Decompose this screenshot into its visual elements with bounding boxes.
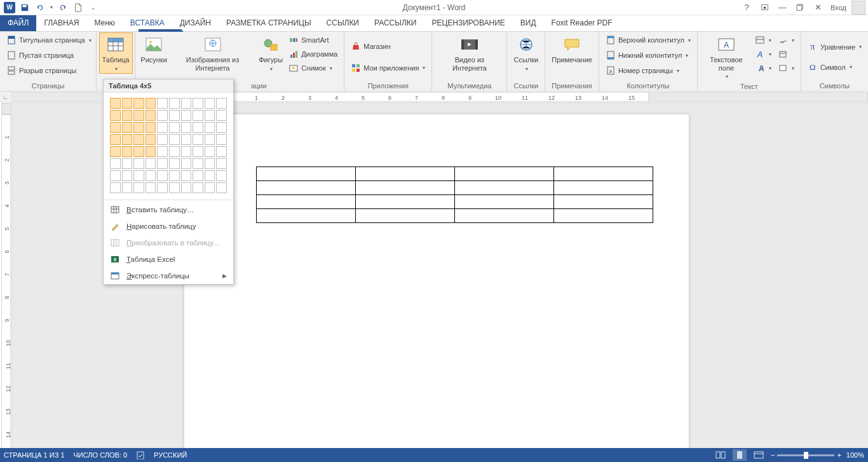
redo-button[interactable]	[56, 1, 70, 15]
table-cell[interactable]	[554, 209, 653, 223]
page-indicator[interactable]: СТРАНИЦА 1 ИЗ 1	[4, 451, 65, 459]
grid-cell[interactable]	[193, 170, 203, 181]
grid-cell[interactable]	[122, 146, 133, 157]
vertical-ruler[interactable]: 123456789101112131415	[0, 103, 12, 448]
tab-view[interactable]: ВИД	[513, 15, 544, 31]
grid-cell[interactable]	[169, 146, 180, 157]
links-button[interactable]: Ссылки▾	[511, 33, 541, 73]
grid-cell[interactable]	[146, 182, 156, 193]
restore-button[interactable]	[792, 1, 808, 15]
equation-button[interactable]: π Уравнение▾	[805, 40, 864, 54]
grid-cell[interactable]	[216, 158, 227, 169]
header-button[interactable]: Верхний колонтитул▾	[603, 33, 693, 47]
grid-cell[interactable]	[157, 182, 168, 193]
grid-cell[interactable]	[216, 146, 227, 157]
grid-cell[interactable]	[205, 122, 215, 133]
signature-line-button[interactable]: ▾	[775, 33, 797, 47]
grid-cell[interactable]	[193, 122, 203, 133]
quick-parts-button[interactable]: ▾	[752, 33, 774, 47]
grid-cell[interactable]	[169, 122, 180, 133]
grid-cell[interactable]	[122, 182, 133, 193]
grid-cell[interactable]	[181, 110, 192, 121]
store-button[interactable]: Магазин	[348, 39, 393, 53]
table-cell[interactable]	[455, 167, 554, 181]
grid-cell[interactable]	[133, 182, 144, 193]
grid-cell[interactable]	[157, 122, 168, 133]
table-cell[interactable]	[257, 181, 356, 195]
grid-cell[interactable]	[146, 134, 156, 145]
page-break-button[interactable]: Разрыв страницы	[4, 64, 79, 78]
table-cell[interactable]	[356, 209, 455, 223]
language-indicator[interactable]: РУССКИЙ	[154, 451, 187, 459]
table-cell[interactable]	[356, 167, 455, 181]
grid-cell[interactable]	[157, 134, 168, 145]
table-cell[interactable]	[257, 209, 356, 223]
grid-cell[interactable]	[205, 134, 215, 145]
grid-cell[interactable]	[157, 98, 168, 109]
tab-menu[interactable]: Меню	[86, 15, 122, 31]
spellcheck-button[interactable]	[136, 451, 145, 459]
qat-customize[interactable]: ⌄	[86, 1, 100, 15]
grid-cell[interactable]	[193, 158, 203, 169]
table-cell[interactable]	[455, 195, 554, 209]
quick-tables-item[interactable]: Экспресс-таблицы ▶	[104, 268, 233, 284]
read-mode-button[interactable]	[714, 449, 728, 461]
user-avatar[interactable]	[851, 1, 865, 15]
grid-cell[interactable]	[193, 146, 203, 157]
grid-cell[interactable]	[193, 98, 203, 109]
table-cell[interactable]	[356, 195, 455, 209]
wordart-button[interactable]: A▾	[752, 47, 774, 61]
grid-cell[interactable]	[110, 134, 121, 145]
login-label[interactable]: Вход	[831, 4, 846, 11]
grid-cell[interactable]	[169, 134, 180, 145]
grid-cell[interactable]	[122, 122, 133, 133]
blank-page-button[interactable]: Пустая страница	[4, 48, 76, 62]
grid-cell[interactable]	[133, 110, 144, 121]
grid-cell[interactable]	[110, 182, 121, 193]
grid-cell[interactable]	[122, 170, 133, 181]
table-cell[interactable]	[455, 181, 554, 195]
grid-cell[interactable]	[205, 170, 215, 181]
grid-cell[interactable]	[169, 98, 180, 109]
grid-cell[interactable]	[181, 134, 192, 145]
grid-cell[interactable]	[122, 134, 133, 145]
grid-cell[interactable]	[193, 182, 203, 193]
grid-cell[interactable]	[216, 110, 227, 121]
grid-cell[interactable]	[205, 158, 215, 169]
grid-cell[interactable]	[110, 122, 121, 133]
web-layout-button[interactable]	[752, 449, 766, 461]
dropcap-button[interactable]: A▾	[752, 61, 774, 75]
insert-table-item[interactable]: Вставить таблицу…	[104, 201, 233, 218]
save-button[interactable]	[18, 1, 32, 15]
zoom-slider-track[interactable]	[777, 454, 834, 456]
table-cell[interactable]	[257, 167, 356, 181]
myapps-button[interactable]: Мои приложения▾	[348, 61, 428, 75]
grid-cell[interactable]	[181, 122, 192, 133]
grid-cell[interactable]	[181, 98, 192, 109]
grid-cell[interactable]	[157, 170, 168, 181]
ruler-tab-selector[interactable]: ∟	[0, 92, 12, 103]
grid-cell[interactable]	[193, 110, 203, 121]
grid-cell[interactable]	[110, 146, 121, 157]
grid-cell[interactable]	[133, 122, 144, 133]
zoom-slider-thumb[interactable]	[804, 452, 808, 459]
online-video-button[interactable]: Видео из Интернета	[436, 33, 503, 73]
minimize-button[interactable]: —	[775, 1, 790, 15]
excel-table-item[interactable]: X Таблица Excel	[104, 251, 233, 268]
zoom-level[interactable]: 100%	[846, 451, 864, 459]
grid-cell[interactable]	[181, 158, 192, 169]
grid-cell[interactable]	[181, 170, 192, 181]
grid-cell[interactable]	[133, 158, 144, 169]
grid-cell[interactable]	[110, 98, 121, 109]
help-button[interactable]: ?	[739, 1, 754, 15]
screenshot-button[interactable]: Снимок▾	[286, 61, 340, 75]
zoom-slider[interactable]: − +	[771, 451, 841, 459]
table-cell[interactable]	[356, 181, 455, 195]
undo-dropdown[interactable]: ▾	[48, 1, 55, 15]
grid-cell[interactable]	[205, 110, 215, 121]
date-time-button[interactable]	[775, 47, 797, 61]
grid-cell[interactable]	[216, 182, 227, 193]
grid-cell[interactable]	[110, 110, 121, 121]
grid-cell[interactable]	[157, 146, 168, 157]
tab-mailings[interactable]: РАССЫЛКИ	[367, 15, 424, 31]
